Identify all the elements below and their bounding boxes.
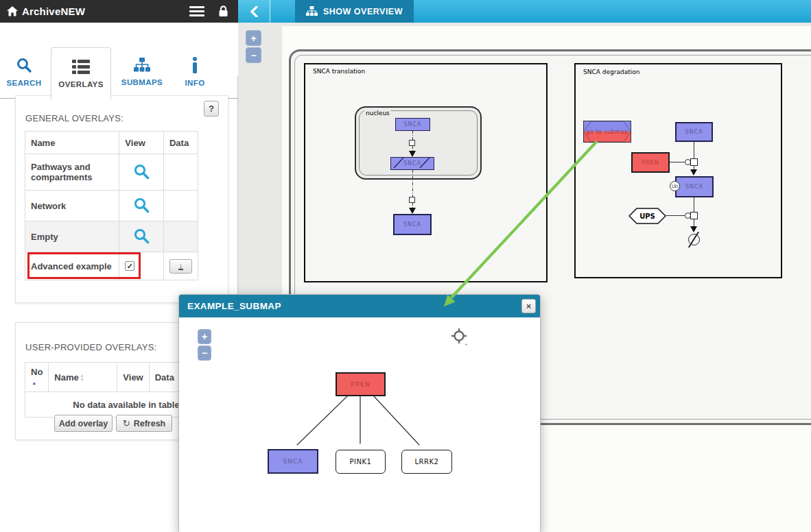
col-header-data[interactable]: Data [149,363,180,392]
submap-window-header[interactable]: EXAMPLE_SUBMAP × [179,295,540,317]
add-overlay-button[interactable]: Add overlay [54,415,113,432]
node-label: SNCA [403,121,421,128]
app-header: ArchiveNEW [0,0,238,23]
advanced-example-checkbox[interactable]: ✓ [125,261,134,271]
node-snca-gene[interactable]: SNCA [395,118,430,131]
submap-node-prkn[interactable]: PRKN [336,372,386,396]
node-ups[interactable]: UPS [628,208,666,224]
node-label: SNCA [403,160,421,167]
show-overview-label: SHOW OVERVIEW [323,7,403,16]
tab-info-label: INFO [185,79,204,87]
arrowhead [690,226,697,232]
general-overlays-table: Name View Data Pathways and compartments [25,131,198,280]
refresh-label: Refresh [134,419,166,428]
table-row: Pathways and compartments [25,154,198,191]
tab-bar: SEARCH OVERLAYS SUBMAPS [0,23,238,76]
tab-overlays-label: OVERLAYS [58,80,103,88]
download-icon: ↓ [178,263,184,270]
node-prkn[interactable]: PRKN [631,152,670,173]
map-zoom-out-button[interactable]: − [246,47,261,63]
reaction-square[interactable] [409,140,415,146]
node-snca-mid[interactable]: SNCA [675,176,714,197]
view-overlay-magnifier-icon[interactable] [133,228,150,244]
download-overlay-button[interactable]: ↓ [169,259,192,274]
overlay-name: Advanced example [25,252,119,280]
tab-submaps-label: SUBMAPS [121,78,163,86]
submap-edges [179,317,540,532]
node-label: PRKN [351,381,370,388]
submap-window-body[interactable]: + − [179,317,540,532]
ubiquitin-badge: Ub [670,181,680,191]
submaps-sitemap-icon [134,58,150,73]
show-overview-button[interactable]: SHOW OVERVIEW [295,0,414,23]
submap-node-lrrk2[interactable]: LRRK2 [401,450,452,474]
general-overlays-title: GENERAL OVERLAYS: [25,113,124,123]
reaction-square[interactable] [690,158,698,166]
submap-window-title: EXAMPLE_SUBMAP [187,301,281,311]
refresh-button[interactable]: ↻ Refresh [116,415,172,432]
col-header-data[interactable]: Data [163,132,198,154]
ub-label: Ub [672,184,679,189]
home-icon[interactable] [7,6,18,16]
col-header-view[interactable]: View [119,132,164,154]
node-snca-top[interactable]: SNCA [675,122,713,142]
view-overlay-magnifier-icon[interactable] [133,197,150,213]
app-brand[interactable]: ArchiveNEW [22,5,85,17]
arrowhead [690,169,697,176]
tab-search-label: SEARCH [7,79,42,87]
arrowhead [409,208,416,214]
node-label: PINK1 [350,458,372,466]
node-label: LRRK2 [415,458,439,466]
zoom-out-label: − [250,50,256,61]
node-go-to-submap[interactable]: go to submap [583,121,631,143]
general-overlays-card: ? GENERAL OVERLAYS: Name View Data Pathw… [15,95,228,303]
catalysis-line [666,215,685,216]
tab-search[interactable]: SEARCH [0,45,48,98]
submap-close-button[interactable]: × [521,299,536,313]
reaction-square[interactable] [690,212,698,219]
overlay-name: Pathways and compartments [25,154,119,191]
submap-node-pink1[interactable]: PINK1 [336,450,386,474]
view-overlay-magnifier-icon[interactable] [133,163,150,180]
chevron-left-icon [250,6,258,17]
sitemap-icon [306,6,318,16]
collapse-panel-button[interactable] [238,0,270,23]
node-label: SNCA [685,129,703,135]
reaction-line [694,219,694,226]
lock-icon[interactable] [218,5,228,17]
node-snca-rna[interactable]: SNCA [390,157,434,170]
node-snca-protein[interactable]: SNCA [393,214,432,235]
col-header-name[interactable]: Name [25,132,119,154]
tab-submaps[interactable]: SUBMAPS [114,45,170,98]
reaction-line [412,170,413,197]
overlays-list-icon [72,60,90,75]
col-header-name[interactable]: Name▴▾ [49,363,117,392]
node-label: SNCA [403,221,421,228]
close-icon: × [526,301,532,311]
menu-icon[interactable] [189,6,204,16]
pathway-box-snca-degradation[interactable]: SNCA degradation [574,63,782,278]
nucleus-label: nucleus [364,110,391,117]
overlay-name: Empty [25,221,119,252]
submap-node-snca[interactable]: SNCA [268,449,318,474]
reaction-line [694,197,694,212]
pathway-title: SNCA translation [313,68,365,75]
sort-asc-icon: ▴ [33,381,36,385]
map-zoom-in-button[interactable]: + [246,30,261,46]
node-label: SNCA [283,458,303,465]
help-label: ? [209,104,214,114]
col-header-no[interactable]: No▴ [25,363,49,392]
sort-icons: ▴▾ [81,374,84,382]
add-overlay-label: Add overlay [59,419,108,428]
help-button[interactable]: ? [204,101,219,117]
catalysis-line [670,162,685,162]
col-header-view[interactable]: View [117,363,149,392]
overlay-name: Network [25,191,119,221]
table-row: Advanced example ✓ ↓ [25,252,198,280]
zoom-in-label: + [250,33,256,44]
search-icon [16,57,32,73]
tab-overlays[interactable]: OVERLAYS [51,47,111,99]
tab-info[interactable]: INFO [173,45,217,98]
submap-window: EXAMPLE_SUBMAP × + − [178,294,541,532]
reaction-square[interactable] [409,197,415,203]
